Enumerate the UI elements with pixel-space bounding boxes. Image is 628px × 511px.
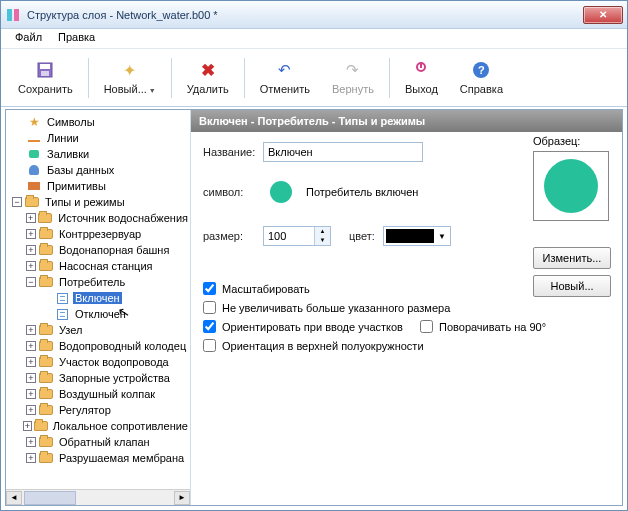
expand-icon[interactable]: + — [26, 245, 36, 255]
button-group: Изменить... Новый... — [533, 247, 611, 303]
scroll-left-icon[interactable]: ◄ — [6, 491, 22, 505]
tree-item-symbols[interactable]: ★Символы — [6, 114, 190, 130]
expand-icon[interactable]: + — [26, 261, 36, 271]
expand-icon[interactable]: + — [26, 229, 36, 239]
symbol-preview-icon — [270, 181, 292, 203]
expand-icon[interactable]: + — [26, 437, 36, 447]
content-area: ★Символы Линии Заливки Базы данных Прими… — [5, 109, 623, 506]
sample-frame — [533, 151, 609, 221]
chk-rot90[interactable]: Поворачивать на 90° — [420, 320, 546, 333]
expand-icon[interactable]: + — [26, 389, 36, 399]
collapse-icon[interactable]: − — [12, 197, 22, 207]
tree-item-db[interactable]: Базы данных — [6, 162, 190, 178]
save-button[interactable]: Сохранить — [7, 55, 84, 100]
close-button[interactable]: ✕ — [583, 6, 623, 24]
sample-label: Образец: — [533, 135, 611, 147]
toolbar: Сохранить ✦ Новый...▼ ✖ Удалить ↶ Отмени… — [1, 49, 627, 107]
help-button[interactable]: ? Справка — [449, 55, 514, 100]
tree-item[interactable]: +Обратный клапан — [6, 434, 190, 450]
delete-icon: ✖ — [198, 60, 218, 80]
tree-item-fills[interactable]: Заливки — [6, 146, 190, 162]
color-label: цвет: — [349, 230, 383, 242]
expand-icon[interactable]: + — [26, 325, 36, 335]
undo-icon: ↶ — [275, 60, 295, 80]
tree-item[interactable]: +Регулятор — [6, 402, 190, 418]
scroll-thumb[interactable] — [24, 491, 76, 505]
svg-rect-1 — [40, 64, 50, 69]
tree-item[interactable]: +Запорные устройства — [6, 370, 190, 386]
window-title: Структура слоя - Network_water.b00 * — [27, 9, 583, 21]
color-picker[interactable]: ▼ — [383, 226, 451, 246]
expand-icon[interactable]: + — [26, 405, 36, 415]
new-button[interactable]: ✦ Новый...▼ — [93, 55, 167, 100]
tree-item-prims[interactable]: Примитивы — [6, 178, 190, 194]
tree-item-types[interactable]: −Типы и режимы — [6, 194, 190, 210]
redo-icon: ↷ — [343, 60, 363, 80]
tree-item-off[interactable]: Отключен — [6, 306, 190, 322]
menubar: Файл Правка — [1, 29, 627, 49]
tree-item[interactable]: +Разрушаемая мембрана — [6, 450, 190, 466]
menu-edit[interactable]: Правка — [50, 29, 103, 48]
expand-icon[interactable]: + — [26, 341, 36, 351]
delete-button[interactable]: ✖ Удалить — [176, 55, 240, 100]
h-scrollbar[interactable]: ◄ ► — [6, 489, 190, 505]
tree-item[interactable]: +Узел — [6, 322, 190, 338]
expand-icon[interactable]: + — [26, 213, 36, 223]
expand-icon[interactable]: + — [26, 373, 36, 383]
redo-button[interactable]: ↷ Вернуть — [321, 55, 385, 100]
new-symbol-button[interactable]: Новый... — [533, 275, 611, 297]
exit-button[interactable]: Выход — [394, 55, 449, 100]
sample-circle-icon — [544, 159, 598, 213]
collapse-icon[interactable]: − — [26, 277, 36, 287]
chk-orient[interactable]: Ориентировать при вводе участков — [203, 320, 403, 333]
name-input[interactable] — [263, 142, 423, 162]
tree-item-consumer[interactable]: −Потребитель — [6, 274, 190, 290]
tree-item[interactable]: +Насосная станция — [6, 258, 190, 274]
save-icon — [35, 60, 55, 80]
chk-upper[interactable]: Ориентация в верхней полуокружности — [203, 339, 610, 352]
size-input[interactable] — [264, 227, 314, 245]
titlebar: Структура слоя - Network_water.b00 * ✕ — [1, 1, 627, 29]
chevron-down-icon: ▼ — [436, 232, 448, 241]
symbol-label: символ: — [203, 186, 263, 198]
symbol-value: Потребитель включен — [306, 186, 418, 198]
tree-item[interactable]: +Участок водопровода — [6, 354, 190, 370]
color-swatch — [386, 229, 434, 243]
expand-icon[interactable]: + — [26, 357, 36, 367]
tree-item-lines[interactable]: Линии — [6, 130, 190, 146]
app-icon — [5, 7, 21, 23]
tree[interactable]: ★Символы Линии Заливки Базы данных Прими… — [6, 110, 190, 489]
tree-item[interactable]: +Водонапорная башня — [6, 242, 190, 258]
expand-icon[interactable]: + — [26, 453, 36, 463]
name-label: Название: — [203, 146, 263, 158]
tree-item[interactable]: +Источник водоснабжения — [6, 210, 190, 226]
app-window: Структура слоя - Network_water.b00 * ✕ Ф… — [0, 0, 628, 511]
sparkle-icon: ✦ — [120, 60, 140, 80]
tree-item[interactable]: +Воздушный колпак — [6, 386, 190, 402]
spin-up-icon[interactable]: ▲ — [314, 227, 330, 236]
panel-header: Включен - Потребитель - Типы и режимы — [191, 110, 622, 132]
change-button[interactable]: Изменить... — [533, 247, 611, 269]
menu-file[interactable]: Файл — [7, 29, 50, 48]
svg-rect-4 — [420, 63, 422, 68]
svg-rect-2 — [41, 71, 49, 76]
undo-button[interactable]: ↶ Отменить — [249, 55, 321, 100]
expand-icon[interactable]: + — [23, 421, 31, 431]
spin-down-icon[interactable]: ▼ — [314, 236, 330, 245]
size-label: размер: — [203, 230, 263, 242]
help-icon: ? — [471, 60, 491, 80]
scroll-right-icon[interactable]: ► — [174, 491, 190, 505]
tree-panel: ★Символы Линии Заливки Базы данных Прими… — [6, 110, 191, 505]
sample-box: Образец: — [533, 135, 611, 221]
size-stepper[interactable]: ▲▼ — [263, 226, 331, 246]
tree-item[interactable]: +Контррезервуар — [6, 226, 190, 242]
tree-item[interactable]: +Водопроводный колодец — [6, 338, 190, 354]
tree-item[interactable]: +Локальное сопротивление — [6, 418, 190, 434]
exit-icon — [411, 60, 431, 80]
tree-item-on[interactable]: Включен — [6, 290, 190, 306]
